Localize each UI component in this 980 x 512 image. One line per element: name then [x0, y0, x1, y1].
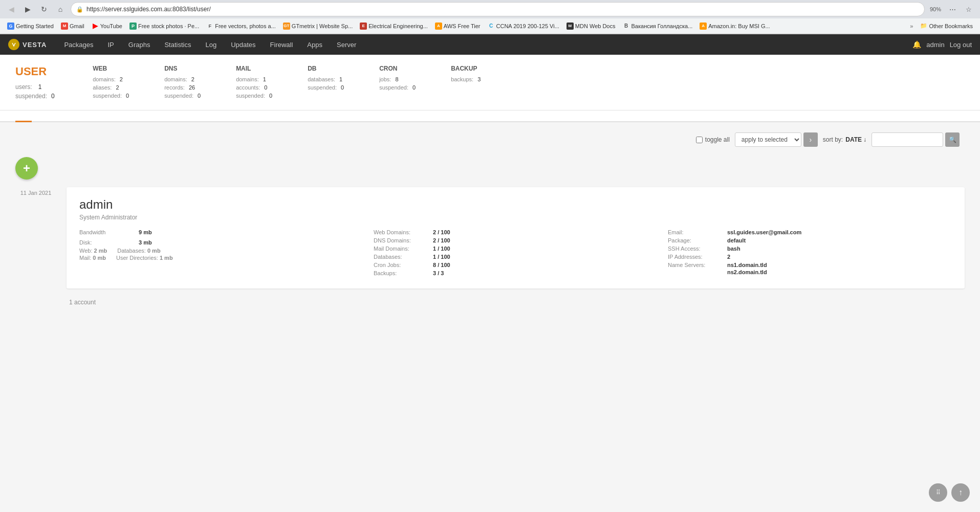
admin-link[interactable]: admin: [926, 41, 944, 49]
nav-item-ip[interactable]: IP: [100, 34, 121, 55]
user-details-grid: Bandwidth 9 mb Disk: 3 mb Web: 2 mb Data…: [79, 229, 952, 278]
details-col1: Bandwidth 9 mb Disk: 3 mb Web: 2 mb Data…: [79, 229, 363, 278]
search-button[interactable]: 🔍: [945, 132, 960, 147]
bookmark-gtmetrix[interactable]: GT GTmetrix | Website Sp...: [280, 21, 356, 31]
bookmark-vakansii[interactable]: В Вакансия Голландска...: [620, 21, 696, 31]
stats-backup: BACKUP backups:3: [451, 65, 502, 82]
search-container: 🔍: [872, 132, 960, 147]
nav-item-statistics[interactable]: Statistics: [157, 34, 198, 55]
vesta-navbar: VESTA Packages IP Graphs Statistics Log …: [0, 34, 980, 55]
databases2-value: 1 / 100: [433, 254, 450, 260]
forward-button[interactable]: ▶: [20, 2, 35, 16]
bookmark-label-vectors: Free vectors, photos a...: [215, 23, 276, 29]
user-entry-container: 11 Jan 2021 admin System Administrator B…: [15, 187, 965, 288]
user-entry-left: 11 Jan 2021: [15, 187, 56, 196]
stats-suspended-label: suspended:: [15, 93, 47, 100]
other-bookmarks-label: Other Bookmarks: [929, 23, 973, 29]
stats-cron: CRON jobs:8 suspended:0: [379, 65, 430, 91]
stats-backup-title: BACKUP: [451, 65, 502, 72]
cron-jobs-label: Cron Jobs:: [374, 262, 430, 268]
favicon-amazon: A: [700, 23, 707, 30]
scroll-handle-button[interactable]: ⠿: [929, 483, 947, 502]
bookmark-label-electrical: Electrical Engineering...: [368, 23, 428, 29]
package-value: default: [727, 237, 746, 243]
logout-link[interactable]: Log out: [950, 41, 972, 49]
vesta-logo-icon: [8, 39, 19, 50]
tab-bar: [0, 110, 980, 122]
folder-icon: 📁: [920, 23, 927, 29]
nav-item-graphs[interactable]: Graphs: [121, 34, 158, 55]
browser-chrome: ◀ ▶ ↻ ⌂ 🔒 https://server.sslguides.com.a…: [0, 0, 980, 34]
mail-domains-value: 1 / 100: [433, 246, 450, 252]
add-user-button[interactable]: +: [15, 157, 38, 180]
apply-to-selected-dropdown[interactable]: apply to selected suspend unsuspend dele…: [735, 132, 801, 147]
bookmark-button[interactable]: ☆: [962, 2, 976, 16]
lock-icon: 🔒: [76, 6, 83, 13]
bookmark-free-vectors[interactable]: F Free vectors, photos a...: [203, 21, 279, 31]
reload-button[interactable]: ↻: [37, 2, 51, 16]
bookmark-electrical[interactable]: E Electrical Engineering...: [357, 21, 431, 31]
stats-mail: MAIL domains:1 accounts:0 suspended:0: [236, 65, 287, 99]
home-button[interactable]: ⌂: [53, 2, 68, 16]
bookmark-amazon[interactable]: A Amazon.in: Buy MSI G...: [696, 21, 773, 31]
browser-nav-buttons: ◀ ▶ ↻ ⌂: [4, 2, 68, 16]
nav-item-server[interactable]: Server: [330, 34, 363, 55]
stats-db: DB databases:1 suspended:0: [308, 65, 359, 91]
disk-value: 3 mb: [139, 239, 152, 246]
favicon-youtube: ▶: [92, 23, 99, 30]
bookmarks-more[interactable]: »: [910, 23, 913, 29]
more-button[interactable]: ⋯: [945, 2, 960, 16]
web-domains-label: Web Domains:: [374, 229, 430, 235]
bandwidth-value: 9 mb: [139, 229, 152, 235]
package-label: Package:: [668, 237, 724, 243]
nav-item-updates[interactable]: Updates: [224, 34, 263, 55]
back-button[interactable]: ◀: [4, 2, 18, 16]
stats-web: WEB domains:2 aliases:2 suspended:0: [93, 65, 144, 99]
search-input[interactable]: [872, 132, 943, 147]
scroll-up-button[interactable]: ↑: [951, 483, 970, 502]
sort-value[interactable]: DATE ↓: [845, 136, 866, 143]
bookmark-aws[interactable]: A AWS Free Tier: [432, 21, 484, 31]
bookmark-ccna[interactable]: C CCNA 2019 200-125 Vi...: [485, 21, 562, 31]
email-value: ssl.guides.user@gmail.com: [727, 229, 801, 235]
bookmark-gmail[interactable]: M Gmail: [58, 21, 88, 31]
stats-cron-title: CRON: [379, 65, 430, 72]
db-label: Databases: 0 mb: [117, 248, 160, 254]
details-col2: Web Domains: 2 / 100 DNS Domains: 2 / 10…: [374, 229, 658, 278]
bookmark-youtube[interactable]: ▶ YouTube: [89, 21, 125, 31]
nav-item-log[interactable]: Log: [198, 34, 224, 55]
name-servers-value1: ns1.domain.tld: [727, 262, 767, 268]
bookmark-label-getting-started: Getting Started: [16, 23, 54, 29]
stats-db-title: DB: [308, 65, 359, 72]
user-name[interactable]: admin: [79, 197, 952, 212]
toggle-all-checkbox[interactable]: [696, 137, 703, 143]
bookmark-mdn[interactable]: M MDN Web Docs: [563, 21, 619, 31]
browser-actions: 90% ⋯ ☆: [928, 2, 976, 16]
favicon-electrical: E: [360, 23, 367, 30]
bookmark-label-aws: AWS Free Tier: [444, 23, 481, 29]
stats-suspended-value: 0: [51, 93, 55, 100]
stats-user-title: USER: [15, 65, 47, 78]
web-domains-value: 2 / 100: [433, 229, 450, 235]
vesta-nav-items: Packages IP Graphs Statistics Log Update…: [57, 34, 912, 55]
favicon-gtmetrix: GT: [283, 23, 290, 30]
mail-label: Mail: 0 mb: [79, 255, 106, 261]
nav-item-apps[interactable]: Apps: [300, 34, 330, 55]
address-bar[interactable]: 🔒 https://server.sslguides.com.au:8083/l…: [71, 2, 925, 16]
user-role: System Administrator: [79, 214, 952, 221]
nav-item-firewall[interactable]: Firewall: [263, 34, 300, 55]
favicon-getting-started: G: [7, 23, 14, 30]
bookmark-free-stock[interactable]: P Free stock photos · Pe...: [126, 21, 202, 31]
ssh-access-label: SSH Access:: [668, 246, 724, 252]
nav-item-packages[interactable]: Packages: [57, 34, 100, 55]
backups-label: Backups:: [374, 270, 430, 276]
tab-user[interactable]: [15, 110, 32, 122]
bookmark-getting-started[interactable]: G Getting Started: [4, 21, 57, 31]
name-servers-label: Name Servers:: [668, 262, 724, 268]
vesta-logo[interactable]: VESTA: [8, 39, 47, 50]
other-bookmarks[interactable]: 📁 Other Bookmarks: [917, 21, 976, 31]
bookmarks-bar: G Getting Started M Gmail ▶ YouTube P Fr…: [0, 18, 980, 34]
apply-go-button[interactable]: ›: [803, 132, 818, 147]
ip-addresses-label: IP Addresses:: [668, 254, 724, 260]
disk-label: Disk:: [79, 239, 136, 246]
